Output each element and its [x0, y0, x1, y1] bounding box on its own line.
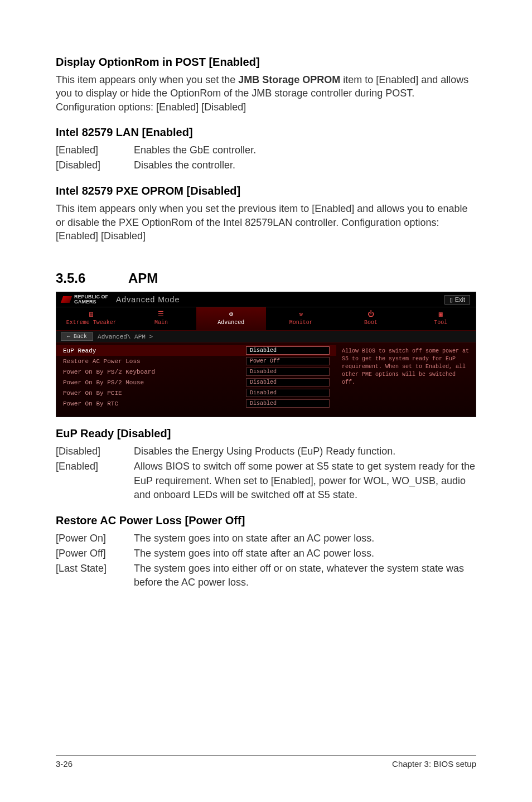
- tab-label: Monitor: [289, 320, 313, 326]
- setting-value[interactable]: Disabled: [246, 399, 330, 408]
- heading-eup-ready: EuP Ready [Disabled]: [56, 427, 476, 440]
- setting-row-pcie[interactable]: Power On By PCIE Disabled: [56, 388, 336, 398]
- setting-label: Power On By PCIE: [63, 390, 246, 397]
- para-intel-pxe: This item appears only when you set the …: [56, 202, 476, 243]
- tab-label: Boot: [364, 320, 378, 326]
- gear-icon: ⚙: [226, 311, 235, 317]
- tab-boot[interactable]: ⏻ Boot: [336, 307, 405, 330]
- setting-label: Power On By RTC: [63, 400, 246, 407]
- bios-body: EuP Ready Disabled Restore AC Power Loss…: [56, 343, 476, 417]
- setting-label: Power On By PS/2 Mouse: [63, 379, 246, 386]
- bios-titlebar: REPUBLIC OF GAMERS Advanced Mode ▯ Exit: [56, 292, 476, 307]
- setting-row-eup-ready[interactable]: EuP Ready Disabled: [56, 345, 336, 356]
- wrench-icon: ⚒: [297, 311, 306, 317]
- option-row: [Enabled] Enables the GbE controller.: [56, 143, 476, 157]
- heading-intel-lan: Intel 82579 LAN [Enabled]: [56, 126, 476, 139]
- section-number: 3.5.6: [56, 270, 128, 286]
- exit-label: Exit: [455, 296, 465, 303]
- option-key: [Disabled]: [56, 445, 134, 458]
- option-key: [Enabled]: [56, 143, 134, 157]
- option-key: [Disabled]: [56, 158, 134, 172]
- setting-value[interactable]: Power Off: [246, 357, 330, 365]
- text-bold: JMB Storage OPROM: [238, 74, 340, 85]
- setting-row-ps2-mouse[interactable]: Power On By PS/2 Mouse Disabled: [56, 377, 336, 388]
- setting-value[interactable]: Disabled: [246, 346, 330, 355]
- bios-settings-panel: EuP Ready Disabled Restore AC Power Loss…: [56, 343, 336, 417]
- tab-label: Extreme Tweaker: [66, 320, 117, 326]
- bios-breadcrumb: ← Back Advanced\ APM >: [56, 331, 476, 343]
- list-icon: ☰: [157, 311, 166, 317]
- back-label: Back: [74, 334, 87, 340]
- toolbox-icon: ▣: [436, 311, 445, 317]
- back-button[interactable]: ← Back: [61, 332, 93, 341]
- tab-label: Main: [154, 320, 168, 326]
- para-display-optionrom: This item appears only when you set the …: [56, 73, 476, 114]
- tab-extreme-tweaker[interactable]: ▤ Extreme Tweaker: [56, 307, 126, 330]
- setting-value[interactable]: Disabled: [246, 378, 330, 386]
- option-row: [Enabled] Allows BIOS to switch off some…: [56, 460, 476, 502]
- rog-logo-icon: [61, 296, 72, 303]
- arrow-left-icon: ←: [67, 334, 70, 340]
- tab-label: Tool: [434, 320, 447, 326]
- setting-label: Power On By PS/2 Keyboard: [63, 369, 246, 375]
- option-key: [Enabled]: [56, 460, 134, 502]
- bios-help-panel: Allow BIOS to switch off some power at S…: [336, 343, 476, 417]
- brand-line2: GAMERS: [74, 299, 108, 305]
- tab-label: Advanced: [217, 320, 244, 326]
- option-row: [Power On] The system goes into on state…: [56, 532, 476, 545]
- heading-display-optionrom: Display OptionRom in POST [Enabled]: [56, 56, 476, 69]
- option-val: Allows BIOS to switch off some power at …: [134, 460, 476, 502]
- section-title: APM: [128, 270, 158, 286]
- tab-tool[interactable]: ▣ Tool: [406, 307, 476, 330]
- bios-mode-label: Advanced Mode: [116, 295, 180, 304]
- exit-button[interactable]: ▯ Exit: [444, 295, 470, 305]
- option-key: [Power Off]: [56, 547, 134, 561]
- option-val: Enables the GbE controller.: [134, 143, 476, 157]
- text-fragment: This item appears only when you set the: [56, 74, 238, 85]
- setting-value[interactable]: Disabled: [246, 368, 330, 376]
- setting-row-ps2-keyboard[interactable]: Power On By PS/2 Keyboard Disabled: [56, 366, 336, 377]
- heading-intel-pxe: Intel 82579 PXE OPROM [Disabled]: [56, 185, 476, 197]
- tab-monitor[interactable]: ⚒ Monitor: [266, 307, 336, 330]
- option-val: Disables the Energy Using Products (EuP)…: [134, 445, 476, 458]
- option-key: [Last State]: [56, 562, 134, 590]
- setting-value[interactable]: Disabled: [246, 389, 330, 397]
- page-footer: 3-26 Chapter 3: BIOS setup: [56, 755, 476, 769]
- setting-row-rtc[interactable]: Power On By RTC Disabled: [56, 398, 336, 409]
- option-val: The system goes into either off or on st…: [134, 562, 476, 590]
- option-key: [Power On]: [56, 532, 134, 545]
- option-val: The system goes into on state after an A…: [134, 532, 476, 545]
- setting-row-restore-ac[interactable]: Restore AC Power Loss Power Off: [56, 356, 336, 366]
- setting-label: Restore AC Power Loss: [63, 358, 246, 365]
- breadcrumb-path: Advanced\ APM >: [98, 334, 153, 340]
- tab-main[interactable]: ☰ Main: [126, 307, 196, 330]
- option-row: [Last State] The system goes into either…: [56, 562, 476, 590]
- option-row: [Power Off] The system goes into off sta…: [56, 547, 476, 561]
- option-row: [Disabled] Disables the controller.: [56, 158, 476, 172]
- heading-restore-ac: Restore AC Power Loss [Power Off]: [56, 514, 476, 527]
- bios-tabs: ▤ Extreme Tweaker ☰ Main ⚙ Advanced ⚒ Mo…: [56, 307, 476, 331]
- tab-advanced[interactable]: ⚙ Advanced: [196, 307, 266, 330]
- page-number: 3-26: [56, 759, 72, 769]
- option-val: The system goes into off state after an …: [134, 547, 476, 561]
- setting-label: EuP Ready: [63, 347, 246, 354]
- bios-screenshot: REPUBLIC OF GAMERS Advanced Mode ▯ Exit …: [56, 292, 476, 417]
- exit-icon: ▯: [449, 296, 453, 303]
- clipboard-icon: ▤: [87, 311, 96, 317]
- power-icon: ⏻: [366, 311, 375, 317]
- bios-brand: REPUBLIC OF GAMERS Advanced Mode: [62, 294, 180, 305]
- chapter-label: Chapter 3: BIOS setup: [392, 759, 476, 769]
- section-heading: 3.5.6 APM: [56, 270, 476, 286]
- option-val: Disables the controller.: [134, 158, 476, 172]
- option-row: [Disabled] Disables the Energy Using Pro…: [56, 445, 476, 458]
